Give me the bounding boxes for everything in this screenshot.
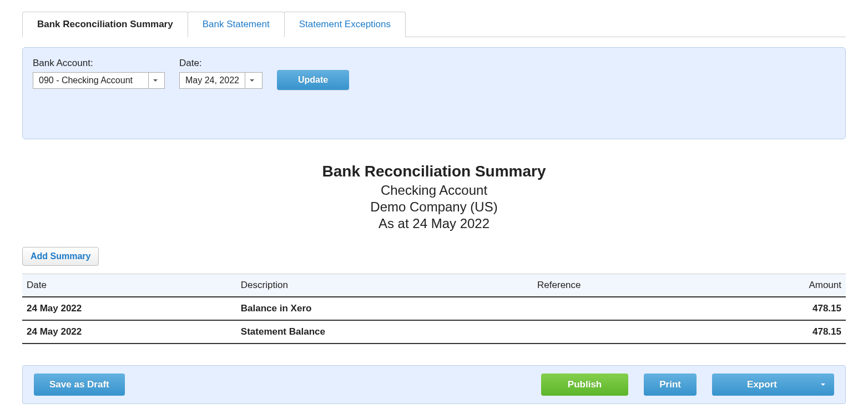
cell-description: Balance in Xero	[236, 297, 533, 320]
column-header-date: Date	[22, 274, 236, 297]
report-title: Bank Reconciliation Summary	[22, 163, 846, 180]
report-account-name: Checking Account	[22, 183, 846, 198]
tab-bank-statement[interactable]: Bank Statement	[188, 12, 285, 37]
tabs-bar: Bank Reconciliation Summary Bank Stateme…	[22, 11, 846, 37]
cell-date: 24 May 2022	[22, 297, 236, 320]
dropdown-arrow-icon	[245, 78, 259, 83]
report-header: Bank Reconciliation Summary Checking Acc…	[22, 163, 846, 231]
footer-bar: Save as Draft Publish Print Export	[22, 365, 846, 404]
date-select[interactable]: May 24, 2022	[179, 72, 263, 89]
tab-bank-reconciliation-summary[interactable]: Bank Reconciliation Summary	[22, 12, 188, 37]
column-header-reference: Reference	[533, 274, 730, 297]
bank-account-field-group: Bank Account: 090 - Checking Account	[33, 58, 165, 89]
date-field-group: Date: May 24, 2022	[179, 58, 263, 89]
reconciliation-table: Date Description Reference Amount 24 May…	[22, 274, 846, 344]
column-header-amount: Amount	[730, 274, 846, 297]
date-label: Date:	[179, 58, 263, 69]
report-as-at: As at 24 May 2022	[22, 216, 846, 231]
cell-description: Statement Balance	[236, 320, 533, 344]
column-header-description: Description	[236, 274, 533, 297]
cell-date: 24 May 2022	[22, 320, 236, 344]
save-as-draft-button[interactable]: Save as Draft	[34, 373, 125, 396]
filter-panel: Bank Account: 090 - Checking Account Dat…	[22, 47, 846, 139]
add-summary-wrap: Add Summary	[22, 247, 846, 266]
add-summary-button[interactable]: Add Summary	[22, 247, 99, 266]
date-value: May 24, 2022	[180, 73, 245, 88]
report-company: Demo Company (US)	[22, 199, 846, 215]
cell-amount: 478.15	[730, 320, 846, 344]
bank-account-select[interactable]: 090 - Checking Account	[33, 72, 165, 89]
export-button[interactable]: Export	[712, 373, 834, 396]
cell-amount: 478.15	[730, 297, 846, 320]
footer-right-group: Publish Print Export	[541, 373, 834, 396]
publish-button[interactable]: Publish	[541, 373, 628, 396]
export-label: Export	[712, 379, 812, 390]
table-row: 24 May 2022 Balance in Xero 478.15	[22, 297, 846, 320]
print-button[interactable]: Print	[644, 373, 697, 396]
dropdown-arrow-icon	[812, 373, 834, 396]
table-row: 24 May 2022 Statement Balance 478.15	[22, 320, 846, 344]
cell-reference	[533, 320, 730, 344]
cell-reference	[533, 297, 730, 320]
dropdown-arrow-icon	[149, 78, 162, 83]
bank-account-value: 090 - Checking Account	[33, 73, 149, 88]
tab-statement-exceptions[interactable]: Statement Exceptions	[284, 12, 406, 37]
update-button[interactable]: Update	[277, 70, 349, 90]
table-header-row: Date Description Reference Amount	[22, 274, 846, 297]
bank-account-label: Bank Account:	[33, 58, 165, 69]
